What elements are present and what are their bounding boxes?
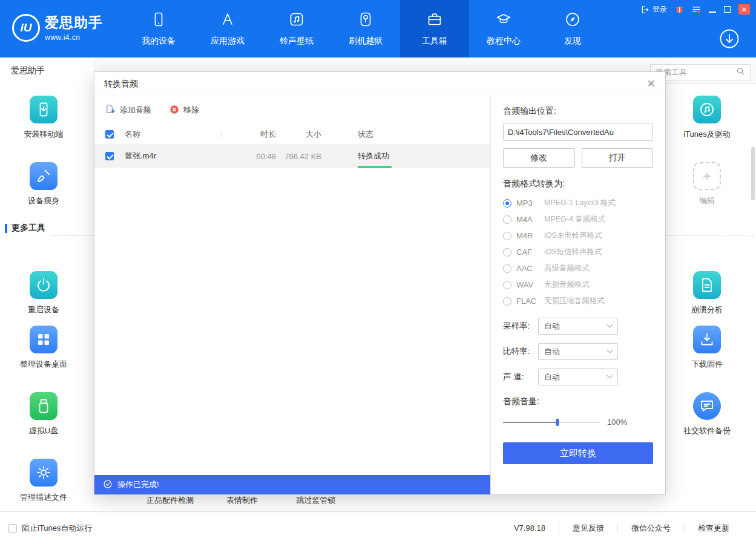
report-document-icon — [693, 271, 721, 299]
tool-edit[interactable]: + 编辑 — [672, 162, 742, 206]
app-window: iU 爱思助手 www.i4.cn 我的设备 应用游戏 — [0, 0, 756, 544]
close-button[interactable]: ✕ — [738, 4, 750, 15]
tool-emoji-maker[interactable]: 表情制作 — [206, 495, 278, 506]
search-icon[interactable] — [736, 67, 745, 78]
nav-flash-jailbreak[interactable]: 刷机越狱 — [331, 0, 400, 57]
nav-apps-games[interactable]: 应用游戏 — [193, 0, 262, 57]
dialog-close-icon[interactable]: ✕ — [647, 79, 656, 89]
volume-label: 音频音量: — [503, 396, 653, 407]
radio-icon[interactable] — [503, 297, 511, 306]
tool-skip-mdm-lock[interactable]: 跳过监管锁 — [280, 495, 352, 506]
tool-itunes-driver[interactable]: iTunes及驱动 — [672, 96, 742, 140]
volume-slider[interactable] — [503, 419, 600, 426]
chevron-down-icon — [607, 372, 613, 378]
audio-list-pane: 添加音频 移除 名称 时长 大小 状态 — [94, 96, 491, 494]
list-toolbar: 添加音频 移除 — [94, 96, 490, 124]
open-button[interactable]: 打开 — [582, 148, 654, 168]
sample-rate-select[interactable]: 自动 — [538, 318, 618, 335]
nav-ringtones-wallpapers[interactable]: 铃声壁纸 — [262, 0, 331, 57]
format-option-mp3[interactable]: MP3 MPEG-1 Layer3 格式 — [503, 195, 653, 211]
login-label: 登录 — [652, 4, 667, 15]
row-checkbox[interactable] — [105, 152, 114, 160]
bit-rate-row: 比特率: 自动 — [503, 343, 653, 360]
message-list-icon[interactable] — [692, 5, 701, 14]
header: iU 爱思助手 www.i4.cn 我的设备 应用游戏 — [0, 0, 756, 57]
tool-restart-device[interactable]: 重启设备 — [8, 271, 79, 315]
output-location-label: 音频输出位置: — [503, 106, 653, 117]
feedback-link[interactable]: 意见反馈 — [573, 523, 604, 534]
check-circle-icon — [103, 479, 113, 491]
slider-handle[interactable] — [556, 419, 559, 426]
download-manager-icon[interactable] — [718, 28, 740, 50]
jailbreak-key-icon — [358, 11, 373, 30]
footer-divider — [559, 524, 559, 532]
tool-device-slim[interactable]: 设备瘦身 — [8, 162, 79, 206]
col-size[interactable]: 大小 — [276, 129, 321, 140]
scrollbar-thumb[interactable] — [751, 147, 755, 200]
format-option-m4r[interactable]: M4R iOS来电铃声格式 — [503, 228, 653, 244]
block-itunes-checkbox[interactable] — [8, 524, 17, 533]
window-controls: 登录 ✕ — [641, 4, 750, 15]
check-update-link[interactable]: 检查更新 — [698, 523, 729, 534]
format-option-m4a[interactable]: M4A MPEG-4 音频格式 — [503, 211, 653, 228]
itunes-icon — [693, 96, 721, 123]
convert-now-button[interactable]: 立即转换 — [503, 442, 653, 464]
col-status[interactable]: 状态 — [321, 129, 490, 140]
tool-virtual-usb[interactable]: 虚拟U盘 — [8, 392, 79, 436]
format-option-caf[interactable]: CAF iOS短信铃声格式 — [503, 244, 653, 260]
convert-audio-dialog: 转换音频 ✕ 添加音频 移除 — [94, 71, 666, 495]
chat-bubble-icon — [693, 392, 721, 420]
gift-icon[interactable] — [675, 5, 684, 14]
radio-icon[interactable] — [503, 199, 511, 208]
nav-my-devices[interactable]: 我的设备 — [124, 0, 193, 57]
app-logo[interactable]: iU 爱思助手 www.i4.cn — [12, 13, 103, 42]
output-path-input[interactable]: D:\i4Tools7\Files\ConvertedAu — [503, 123, 653, 141]
channel-select[interactable]: 自动 — [538, 369, 618, 385]
add-audio-button[interactable]: 添加音频 — [105, 104, 151, 116]
nav-toolbox[interactable]: 工具箱 — [400, 0, 469, 57]
maximize-button[interactable] — [724, 6, 731, 13]
channel-label: 声 道: — [503, 372, 538, 382]
radio-icon[interactable] — [503, 232, 511, 240]
tool-genuine-accessory-check[interactable]: 正品配件检测 — [134, 495, 206, 506]
select-all-checkbox[interactable] — [105, 130, 114, 139]
col-name[interactable]: 名称 — [125, 129, 222, 140]
radio-icon[interactable] — [503, 281, 511, 289]
compass-icon — [565, 11, 580, 30]
tool-organize-desktop[interactable]: 整理设备桌面 — [8, 326, 79, 370]
download-icon — [693, 326, 721, 353]
nav-tutorials[interactable]: 教程中心 — [469, 0, 538, 57]
format-option-flac[interactable]: FLAC 无损压缩音频格式 — [503, 293, 653, 309]
radio-icon[interactable] — [503, 215, 511, 224]
tab-aisi-assistant[interactable]: 爱思助手 — [0, 57, 94, 84]
tool-manage-profiles[interactable]: 管理描述文件 — [8, 459, 79, 503]
chevron-down-icon — [607, 347, 613, 353]
remove-button[interactable]: 移除 — [169, 105, 199, 116]
file-duration: 00:48 — [222, 152, 276, 161]
tool-install-mobile[interactable]: 安装移动端 — [8, 96, 79, 140]
remove-icon — [169, 105, 179, 116]
format-option-aac[interactable]: AAC 高级音频格式 — [503, 260, 653, 277]
broom-icon — [30, 162, 58, 190]
table-row[interactable]: 嚣张.m4r 00:48 766.42 KB 转换成功 — [94, 145, 490, 168]
login-button[interactable]: 登录 — [641, 4, 667, 15]
toolbox-icon — [427, 11, 442, 30]
tool-crash-analysis[interactable]: 崩溃分析 — [672, 271, 742, 315]
block-itunes-option[interactable]: 阻止iTunes自动运行 — [8, 523, 93, 534]
nav-discover[interactable]: 发现 — [538, 0, 607, 57]
wechat-link[interactable]: 微信公众号 — [631, 523, 671, 534]
minimize-button[interactable] — [709, 7, 716, 13]
tool-social-backup[interactable]: 社交软件备份 — [672, 392, 742, 436]
sample-rate-row: 采样率: 自动 — [503, 318, 653, 335]
radio-icon[interactable] — [503, 248, 511, 257]
footer-divider — [684, 524, 685, 532]
format-option-wav[interactable]: WAV 无损音频格式 — [503, 277, 653, 293]
appstore-icon — [220, 11, 235, 30]
table-header: 名称 时长 大小 状态 — [94, 124, 490, 145]
tool-download-firmware[interactable]: 下载固件 — [672, 326, 742, 370]
bit-rate-select[interactable]: 自动 — [538, 343, 618, 360]
nav-label: 教程中心 — [487, 36, 521, 47]
radio-icon[interactable] — [503, 264, 511, 273]
col-duration[interactable]: 时长 — [222, 129, 276, 140]
modify-button[interactable]: 修改 — [503, 148, 575, 168]
